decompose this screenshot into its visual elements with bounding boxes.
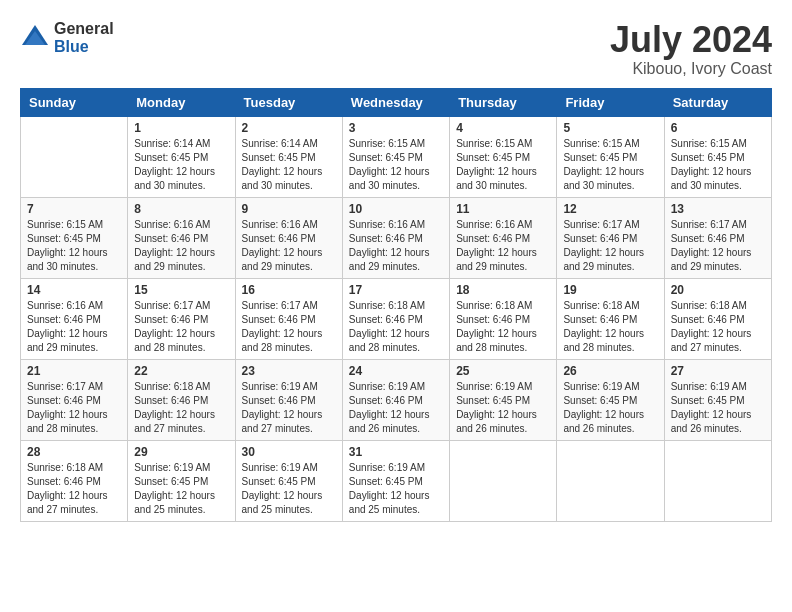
table-row: 26Sunrise: 6:19 AM Sunset: 6:45 PM Dayli… bbox=[557, 359, 664, 440]
table-row: 10Sunrise: 6:16 AM Sunset: 6:46 PM Dayli… bbox=[342, 197, 449, 278]
table-row: 5Sunrise: 6:15 AM Sunset: 6:45 PM Daylig… bbox=[557, 116, 664, 197]
day-number: 23 bbox=[242, 364, 336, 378]
day-number: 21 bbox=[27, 364, 121, 378]
day-info: Sunrise: 6:17 AM Sunset: 6:46 PM Dayligh… bbox=[242, 299, 336, 355]
day-number: 9 bbox=[242, 202, 336, 216]
day-number: 24 bbox=[349, 364, 443, 378]
day-number: 22 bbox=[134, 364, 228, 378]
day-number: 16 bbox=[242, 283, 336, 297]
day-number: 27 bbox=[671, 364, 765, 378]
location-subtitle: Kibouo, Ivory Coast bbox=[610, 60, 772, 78]
table-row bbox=[557, 440, 664, 521]
day-number: 2 bbox=[242, 121, 336, 135]
month-year-title: July 2024 bbox=[610, 20, 772, 60]
table-row: 9Sunrise: 6:16 AM Sunset: 6:46 PM Daylig… bbox=[235, 197, 342, 278]
table-row: 30Sunrise: 6:19 AM Sunset: 6:45 PM Dayli… bbox=[235, 440, 342, 521]
day-info: Sunrise: 6:17 AM Sunset: 6:46 PM Dayligh… bbox=[27, 380, 121, 436]
day-info: Sunrise: 6:15 AM Sunset: 6:45 PM Dayligh… bbox=[456, 137, 550, 193]
day-number: 1 bbox=[134, 121, 228, 135]
day-number: 18 bbox=[456, 283, 550, 297]
calendar-week-row: 14Sunrise: 6:16 AM Sunset: 6:46 PM Dayli… bbox=[21, 278, 772, 359]
table-row: 7Sunrise: 6:15 AM Sunset: 6:45 PM Daylig… bbox=[21, 197, 128, 278]
table-row: 11Sunrise: 6:16 AM Sunset: 6:46 PM Dayli… bbox=[450, 197, 557, 278]
table-row: 16Sunrise: 6:17 AM Sunset: 6:46 PM Dayli… bbox=[235, 278, 342, 359]
table-row: 6Sunrise: 6:15 AM Sunset: 6:45 PM Daylig… bbox=[664, 116, 771, 197]
day-number: 7 bbox=[27, 202, 121, 216]
table-row: 28Sunrise: 6:18 AM Sunset: 6:46 PM Dayli… bbox=[21, 440, 128, 521]
day-info: Sunrise: 6:15 AM Sunset: 6:45 PM Dayligh… bbox=[671, 137, 765, 193]
calendar-week-row: 21Sunrise: 6:17 AM Sunset: 6:46 PM Dayli… bbox=[21, 359, 772, 440]
day-number: 17 bbox=[349, 283, 443, 297]
day-info: Sunrise: 6:19 AM Sunset: 6:45 PM Dayligh… bbox=[242, 461, 336, 517]
logo-icon bbox=[20, 23, 50, 53]
day-number: 10 bbox=[349, 202, 443, 216]
day-number: 8 bbox=[134, 202, 228, 216]
day-info: Sunrise: 6:18 AM Sunset: 6:46 PM Dayligh… bbox=[27, 461, 121, 517]
day-number: 19 bbox=[563, 283, 657, 297]
table-row: 4Sunrise: 6:15 AM Sunset: 6:45 PM Daylig… bbox=[450, 116, 557, 197]
day-number: 20 bbox=[671, 283, 765, 297]
day-info: Sunrise: 6:14 AM Sunset: 6:45 PM Dayligh… bbox=[242, 137, 336, 193]
day-info: Sunrise: 6:16 AM Sunset: 6:46 PM Dayligh… bbox=[134, 218, 228, 274]
day-number: 26 bbox=[563, 364, 657, 378]
calendar-week-row: 1Sunrise: 6:14 AM Sunset: 6:45 PM Daylig… bbox=[21, 116, 772, 197]
day-info: Sunrise: 6:16 AM Sunset: 6:46 PM Dayligh… bbox=[27, 299, 121, 355]
col-thursday: Thursday bbox=[450, 88, 557, 116]
table-row: 31Sunrise: 6:19 AM Sunset: 6:45 PM Dayli… bbox=[342, 440, 449, 521]
day-number: 30 bbox=[242, 445, 336, 459]
table-row: 22Sunrise: 6:18 AM Sunset: 6:46 PM Dayli… bbox=[128, 359, 235, 440]
col-friday: Friday bbox=[557, 88, 664, 116]
day-info: Sunrise: 6:17 AM Sunset: 6:46 PM Dayligh… bbox=[134, 299, 228, 355]
day-number: 13 bbox=[671, 202, 765, 216]
table-row: 8Sunrise: 6:16 AM Sunset: 6:46 PM Daylig… bbox=[128, 197, 235, 278]
day-info: Sunrise: 6:19 AM Sunset: 6:45 PM Dayligh… bbox=[134, 461, 228, 517]
day-info: Sunrise: 6:18 AM Sunset: 6:46 PM Dayligh… bbox=[134, 380, 228, 436]
day-info: Sunrise: 6:16 AM Sunset: 6:46 PM Dayligh… bbox=[456, 218, 550, 274]
col-sunday: Sunday bbox=[21, 88, 128, 116]
logo-blue-text: Blue bbox=[54, 38, 114, 56]
calendar-week-row: 7Sunrise: 6:15 AM Sunset: 6:45 PM Daylig… bbox=[21, 197, 772, 278]
table-row: 2Sunrise: 6:14 AM Sunset: 6:45 PM Daylig… bbox=[235, 116, 342, 197]
table-row bbox=[450, 440, 557, 521]
table-row bbox=[664, 440, 771, 521]
table-row bbox=[21, 116, 128, 197]
day-number: 28 bbox=[27, 445, 121, 459]
table-row: 15Sunrise: 6:17 AM Sunset: 6:46 PM Dayli… bbox=[128, 278, 235, 359]
day-info: Sunrise: 6:17 AM Sunset: 6:46 PM Dayligh… bbox=[671, 218, 765, 274]
day-number: 6 bbox=[671, 121, 765, 135]
logo-general-text: General bbox=[54, 20, 114, 38]
day-number: 4 bbox=[456, 121, 550, 135]
table-row: 23Sunrise: 6:19 AM Sunset: 6:46 PM Dayli… bbox=[235, 359, 342, 440]
day-info: Sunrise: 6:18 AM Sunset: 6:46 PM Dayligh… bbox=[349, 299, 443, 355]
day-number: 15 bbox=[134, 283, 228, 297]
day-info: Sunrise: 6:19 AM Sunset: 6:45 PM Dayligh… bbox=[349, 461, 443, 517]
day-info: Sunrise: 6:16 AM Sunset: 6:46 PM Dayligh… bbox=[349, 218, 443, 274]
table-row: 3Sunrise: 6:15 AM Sunset: 6:45 PM Daylig… bbox=[342, 116, 449, 197]
day-info: Sunrise: 6:14 AM Sunset: 6:45 PM Dayligh… bbox=[134, 137, 228, 193]
table-row: 17Sunrise: 6:18 AM Sunset: 6:46 PM Dayli… bbox=[342, 278, 449, 359]
calendar-header-row: Sunday Monday Tuesday Wednesday Thursday… bbox=[21, 88, 772, 116]
table-row: 14Sunrise: 6:16 AM Sunset: 6:46 PM Dayli… bbox=[21, 278, 128, 359]
logo-text: General Blue bbox=[54, 20, 114, 55]
table-row: 25Sunrise: 6:19 AM Sunset: 6:45 PM Dayli… bbox=[450, 359, 557, 440]
col-tuesday: Tuesday bbox=[235, 88, 342, 116]
title-section: July 2024 Kibouo, Ivory Coast bbox=[610, 20, 772, 78]
day-info: Sunrise: 6:18 AM Sunset: 6:46 PM Dayligh… bbox=[671, 299, 765, 355]
day-info: Sunrise: 6:18 AM Sunset: 6:46 PM Dayligh… bbox=[563, 299, 657, 355]
day-number: 29 bbox=[134, 445, 228, 459]
table-row: 12Sunrise: 6:17 AM Sunset: 6:46 PM Dayli… bbox=[557, 197, 664, 278]
day-number: 12 bbox=[563, 202, 657, 216]
day-number: 11 bbox=[456, 202, 550, 216]
col-monday: Monday bbox=[128, 88, 235, 116]
table-row: 20Sunrise: 6:18 AM Sunset: 6:46 PM Dayli… bbox=[664, 278, 771, 359]
day-info: Sunrise: 6:19 AM Sunset: 6:46 PM Dayligh… bbox=[242, 380, 336, 436]
day-info: Sunrise: 6:16 AM Sunset: 6:46 PM Dayligh… bbox=[242, 218, 336, 274]
day-info: Sunrise: 6:15 AM Sunset: 6:45 PM Dayligh… bbox=[349, 137, 443, 193]
day-info: Sunrise: 6:15 AM Sunset: 6:45 PM Dayligh… bbox=[563, 137, 657, 193]
day-info: Sunrise: 6:17 AM Sunset: 6:46 PM Dayligh… bbox=[563, 218, 657, 274]
day-info: Sunrise: 6:19 AM Sunset: 6:46 PM Dayligh… bbox=[349, 380, 443, 436]
day-number: 31 bbox=[349, 445, 443, 459]
table-row: 27Sunrise: 6:19 AM Sunset: 6:45 PM Dayli… bbox=[664, 359, 771, 440]
logo: General Blue bbox=[20, 20, 114, 55]
table-row: 19Sunrise: 6:18 AM Sunset: 6:46 PM Dayli… bbox=[557, 278, 664, 359]
